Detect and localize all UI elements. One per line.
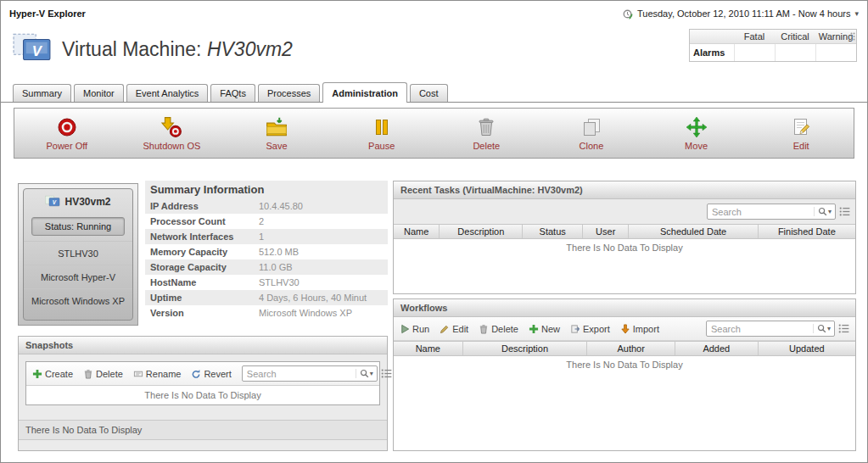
vm-small-icon-letter: V: [53, 199, 57, 205]
action-label: Pause: [368, 141, 395, 151]
search-input[interactable]: [243, 369, 356, 379]
export-button[interactable]: Export: [570, 324, 610, 334]
column-header-added[interactable]: Added: [675, 342, 759, 355]
edit-button[interactable]: Edit: [760, 115, 842, 151]
edit-button[interactable]: Edit: [440, 324, 468, 334]
column-header-name[interactable]: Name: [394, 342, 463, 355]
tab-processes[interactable]: Processes: [258, 84, 320, 102]
column-header-description[interactable]: Description: [463, 342, 588, 355]
create-button[interactable]: Create: [32, 369, 73, 379]
button-label: New: [541, 324, 560, 334]
column-header-description[interactable]: Description: [440, 225, 523, 238]
save-button[interactable]: Save: [236, 115, 317, 151]
tab-summary[interactable]: Summary: [13, 84, 71, 102]
column-header-finished-date[interactable]: Finished Date: [759, 225, 855, 238]
tab-cost[interactable]: Cost: [410, 84, 448, 102]
alarms-fatal-count[interactable]: [734, 44, 775, 61]
alarms-column-warning: Warning: [815, 30, 856, 43]
button-label: Create: [45, 369, 73, 379]
run-icon: [400, 324, 410, 334]
tab-monitor[interactable]: Monitor: [74, 84, 124, 102]
alarms-critical-count[interactable]: [775, 44, 815, 61]
move-button[interactable]: Move: [656, 115, 737, 151]
summary-row: Memory Capacity512.0 MB: [145, 244, 388, 259]
search-options[interactable]: ▾: [814, 207, 835, 216]
column-header-name[interactable]: Name: [394, 225, 440, 238]
time-range-dropdown-icon[interactable]: ▾: [854, 9, 859, 18]
search-options[interactable]: ▾: [813, 324, 834, 333]
edit-small-icon: [440, 324, 450, 334]
workflows-toolbar: Run Edit Delete New Export Import: [394, 317, 855, 341]
summary-row-label: IP Address: [150, 201, 259, 211]
app-title: Hyper-V Explorer: [9, 8, 86, 19]
summary-row: Storage Capacity11.0 GB: [145, 259, 388, 275]
summary-row: VersionMicrosoft Windows XP: [145, 305, 388, 321]
shutdown-os-icon: [160, 115, 182, 139]
recent-tasks-search-row: ▾: [394, 199, 855, 224]
column-header-scheduled-date[interactable]: Scheduled Date: [629, 225, 758, 238]
column-header-updated[interactable]: Updated: [759, 342, 855, 355]
run-button[interactable]: Run: [400, 324, 429, 334]
summary-row-value: 4 Days, 6 Hours, 40 Minut: [259, 293, 383, 303]
vm-icon: V: [13, 31, 52, 67]
summary-row-label: HostName: [150, 277, 259, 287]
summary-row-label: Memory Capacity: [150, 247, 259, 257]
clone-icon: [581, 115, 602, 139]
delete-button[interactable]: Delete: [445, 115, 527, 151]
recent-tasks-search: ▾: [707, 204, 836, 220]
import-button[interactable]: Import: [620, 324, 659, 334]
rename-button[interactable]: Rename: [133, 369, 182, 379]
summary-row-label: Uptime: [150, 293, 259, 303]
tab-administration[interactable]: Administration: [322, 82, 407, 103]
action-label: Delete: [473, 141, 500, 151]
power-off-button[interactable]: Power Off: [26, 115, 108, 151]
recent-tasks-panel: Recent Tasks (VirtualMachine: HV30vm2) ▾…: [393, 181, 856, 294]
time-range-control[interactable]: Tuesday, October 12, 2010 11:11 AM - Now…: [622, 8, 859, 20]
vm-small-icon: V: [45, 195, 60, 209]
vm-os-label: Microsoft Windows XP: [24, 288, 132, 312]
summary-rows: IP Address10.4.45.80 Processor Count2 Ne…: [145, 198, 388, 321]
revert-button[interactable]: Revert: [191, 369, 231, 379]
column-header-status[interactable]: Status: [523, 225, 583, 238]
alarms-options-icon[interactable]: [850, 32, 855, 41]
alarms-column-critical: Critical: [775, 30, 815, 43]
vm-action-toolbar: Power Off Shutdown OS Save: [14, 108, 854, 159]
button-label: Export: [583, 324, 610, 334]
summary-row: HostNameSTLHV30: [145, 275, 388, 290]
action-label: Move: [685, 141, 708, 151]
column-header-author[interactable]: Author: [587, 342, 675, 355]
clone-button[interactable]: Clone: [551, 115, 632, 151]
alarms-row-label: Alarms: [690, 44, 734, 61]
column-header-user[interactable]: User: [583, 225, 629, 238]
tab-event-analytics[interactable]: Event Analytics: [126, 84, 209, 102]
top-bar: Hyper-V Explorer Tuesday, October 12, 20…: [1, 1, 867, 26]
table-customizer-icon[interactable]: [381, 368, 392, 379]
summary-row: Network Interfaces1: [145, 229, 388, 244]
delete-button[interactable]: Delete: [479, 324, 518, 334]
table-customizer-icon[interactable]: [839, 206, 850, 217]
alarms-body-row: Alarms: [690, 44, 856, 61]
pause-button[interactable]: Pause: [341, 115, 423, 151]
search-input[interactable]: [707, 324, 813, 334]
alarms-warning-count[interactable]: [815, 44, 856, 61]
new-icon: [529, 324, 539, 334]
page-title-prefix: Virtual Machine:: [62, 38, 207, 60]
recent-tasks-table-header: Name Description Status User Scheduled D…: [394, 224, 855, 239]
shutdown-os-button[interactable]: Shutdown OS: [131, 115, 212, 151]
search-options[interactable]: ▾: [356, 369, 377, 378]
summary-row: IP Address10.4.45.80: [145, 198, 388, 214]
new-button[interactable]: New: [529, 324, 560, 334]
snapshots-panel: Snapshots Create Delete Rename Revert: [18, 336, 388, 451]
create-icon: [32, 369, 42, 379]
button-label: Edit: [452, 324, 468, 334]
tab-bar: Summary Monitor Event Analytics FAQts Pr…: [1, 82, 867, 103]
table-customizer-icon[interactable]: [838, 323, 849, 334]
search-input[interactable]: [708, 207, 814, 217]
recent-tasks-empty-message: There Is No Data To Display: [394, 239, 855, 256]
tab-faqts[interactable]: FAQts: [210, 84, 255, 102]
delete-button[interactable]: Delete: [83, 369, 123, 379]
summary-row-label: Network Interfaces: [150, 232, 259, 242]
snapshots-tree-empty-message: There Is No Data To Display: [19, 420, 387, 440]
summary-row-value: 11.0 GB: [259, 262, 383, 272]
action-label: Save: [266, 141, 288, 151]
